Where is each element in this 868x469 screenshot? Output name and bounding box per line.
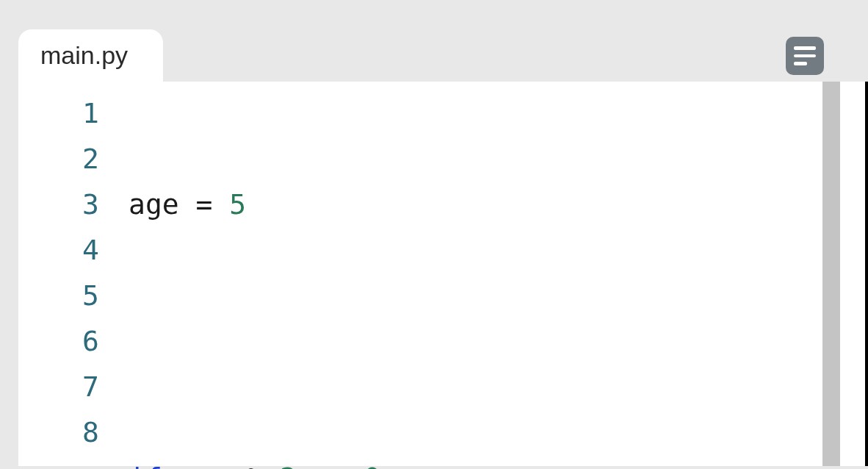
code-area[interactable]: age = 5 if age % 2 == 0 : print("age is … [112,82,868,466]
tab-bar: main.py [18,29,868,82]
identifier: age [179,455,230,469]
line-number: 1 [18,90,99,136]
line-number: 5 [18,273,99,318]
operator: == [314,455,347,469]
line-number: 8 [18,409,99,455]
code-line-2 [129,318,868,364]
number-literal: 5 [229,182,246,227]
line-number-gutter: 1 2 3 4 5 6 7 8 [18,82,112,466]
line-number: 4 [18,227,99,273]
border-right [865,82,868,466]
number-literal: 2 [280,455,297,469]
identifier: age [129,182,179,227]
line-number: 2 [18,136,99,182]
keyword: if [129,455,162,469]
code-line-3: if age % 2 == 0 : [129,455,868,469]
line-number: 7 [18,364,99,409]
tab-filename: main.py [40,41,128,69]
line-number: 3 [18,182,99,227]
editor-body: 1 2 3 4 5 6 7 8 age = 5 if age % 2 == 0 … [18,82,868,466]
operator: = [196,182,213,227]
line-number: 6 [18,318,99,364]
editor-container: main.py 1 2 3 4 5 6 7 8 age = 5 if age %… [0,0,868,469]
operator: % [246,455,263,469]
code-line-1: age = 5 [129,182,868,227]
scrollbar-vertical[interactable] [822,82,840,466]
file-tab[interactable]: main.py [18,29,163,82]
colon: : [397,455,414,469]
number-literal: 0 [364,455,380,469]
